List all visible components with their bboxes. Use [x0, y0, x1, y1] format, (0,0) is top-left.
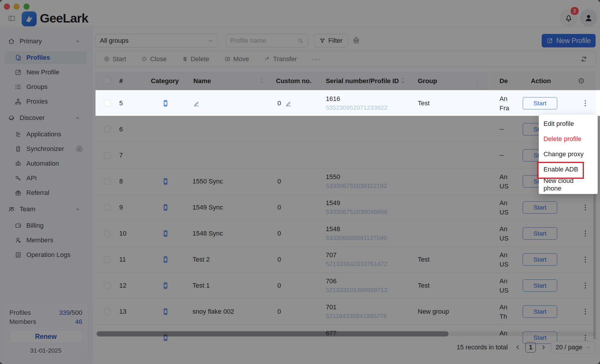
row-checkbox[interactable]	[104, 282, 110, 289]
menu-item-enable-adb[interactable]: Enable ADB	[539, 162, 598, 177]
window-minimize-button[interactable]	[13, 4, 20, 10]
clear-filter-icon[interactable]	[352, 36, 361, 45]
device-line2: US	[500, 261, 509, 268]
kebab-dot	[585, 100, 586, 102]
row-checkbox[interactable]	[104, 204, 110, 211]
row-menu-button[interactable]	[582, 306, 589, 317]
search-input[interactable]	[230, 37, 289, 44]
profile-name-text: Test 2	[192, 256, 210, 263]
sidebar-section-team[interactable]: Team	[0, 201, 92, 217]
filter-button[interactable]: Filter	[314, 34, 348, 47]
profile-name-text: 1548 Sync	[192, 230, 223, 237]
profile-name-text: 1549 Sync	[192, 204, 223, 211]
toolbar-move-button[interactable]: Move	[224, 55, 249, 63]
start-button[interactable]: Start	[523, 305, 557, 318]
transfer-icon	[264, 56, 270, 62]
toolbar-close-button[interactable]: Close	[141, 55, 166, 63]
window-close-button[interactable]	[4, 4, 10, 10]
serial-number: 706	[326, 277, 387, 286]
sidebar-item-referral[interactable]: Referral	[5, 186, 87, 199]
row-checkbox[interactable]	[104, 178, 110, 185]
menu-item-change-proxy[interactable]: Change proxy	[539, 147, 598, 162]
user-avatar[interactable]	[580, 9, 597, 27]
column-header-device: De	[500, 72, 508, 90]
row-checkbox[interactable]	[104, 152, 110, 159]
device-line2: US	[500, 183, 509, 190]
custom-no-cell: 0	[277, 247, 281, 272]
toolbar-transfer-button[interactable]: Transfer	[264, 55, 297, 63]
sidebar-item-new-profile[interactable]: New Profile	[5, 66, 87, 79]
row-checkbox[interactable]	[104, 100, 110, 107]
horizontal-scrollbar-thumb[interactable]	[97, 331, 449, 336]
custom-no-edit-icon[interactable]	[284, 99, 292, 107]
sidebar-item-applications[interactable]: Applications	[5, 128, 87, 141]
menu-item-delete-profile[interactable]: Delete profile	[539, 131, 598, 147]
menu-item-edit-profile[interactable]: Edit profile	[539, 116, 598, 131]
billing-icon	[15, 222, 22, 229]
sidebar-item-label: Operation Logs	[26, 251, 70, 259]
device-cell: AnFra	[500, 90, 510, 116]
refresh-icon[interactable]	[580, 55, 588, 63]
sidebar-section-primary[interactable]: Primary	[0, 33, 92, 49]
table-settings-gear-icon[interactable]: ⚙	[578, 76, 585, 86]
row-menu-button[interactable]	[582, 98, 589, 109]
more-actions-button[interactable]: ···	[312, 55, 321, 63]
toolbar-start-button[interactable]: Start	[104, 55, 126, 63]
window-zoom-button[interactable]	[23, 4, 30, 10]
custom-no-cell: 0	[277, 273, 281, 298]
sidebar-section-discover[interactable]: Discover	[0, 110, 92, 126]
device-line2: Fra	[500, 104, 509, 112]
row-menu-button[interactable]	[582, 202, 589, 213]
person-icon	[584, 13, 593, 23]
current-page-button[interactable]: 1	[525, 342, 536, 353]
sidebar-item-api[interactable]: API	[5, 172, 87, 185]
profiles-table: # Category Name Custom no. Serial number…	[96, 72, 596, 345]
device-cell: --	[500, 116, 510, 142]
serial-cell: 1550533306751039112192	[326, 173, 387, 190]
device-line1: An	[500, 199, 507, 207]
start-button[interactable]: Start	[523, 253, 557, 266]
sidebar-item-proxies[interactable]: Proxies	[5, 95, 87, 108]
sidebar-item-profiles[interactable]: Profiles	[5, 51, 87, 64]
geelark-logo-icon	[22, 11, 37, 26]
sidebar-toggle-icon[interactable]	[8, 14, 16, 23]
row-checkbox[interactable]	[104, 308, 110, 315]
sidebar-item-operation-logs[interactable]: Operation Logs	[5, 248, 87, 261]
row-menu-button[interactable]	[582, 254, 589, 265]
menu-item-new-cloud-phone[interactable]: New cloud phone	[539, 177, 598, 192]
page-size-select[interactable]: 20 / page	[551, 341, 596, 353]
toolbar-delete-button[interactable]: Delete	[182, 55, 209, 63]
row-menu-button[interactable]	[582, 228, 589, 239]
start-button[interactable]: Start	[523, 97, 557, 109]
next-page-button[interactable]	[540, 344, 547, 351]
kebab-dot	[585, 309, 586, 310]
row-menu-button[interactable]	[582, 280, 589, 291]
start-button[interactable]: Start	[523, 227, 557, 240]
name-sort-control[interactable]	[260, 76, 264, 86]
profile-search-field[interactable]	[226, 34, 308, 47]
table-header: # Category Name Custom no. Serial number…	[96, 72, 596, 90]
name-edit-icon[interactable]	[192, 99, 200, 107]
start-button[interactable]: Start	[523, 279, 557, 292]
custom-no-cell: 0	[277, 299, 281, 324]
group-filter-select[interactable]: All groups	[96, 34, 218, 47]
sidebar-item-groups[interactable]: Groups	[5, 80, 87, 93]
row-checkbox[interactable]	[104, 256, 110, 263]
sidebar-item-billing[interactable]: Billing	[5, 219, 87, 232]
sidebar-item-members[interactable]: Members	[5, 234, 87, 247]
app-window: GeeLark 2 PrimaryProfilesNew ProfileGrou…	[0, 0, 600, 364]
column-header-name: Name	[193, 72, 211, 90]
renew-button[interactable]: Renew	[9, 330, 82, 343]
sidebar-item-synchronizer[interactable]: Synchronizer~	[5, 142, 87, 155]
prev-page-button[interactable]	[514, 344, 521, 351]
start-button[interactable]: Start	[523, 201, 557, 214]
serial-sort-control[interactable]	[401, 76, 405, 86]
sidebar-item-automation[interactable]: Automation	[5, 157, 87, 170]
row-checkbox[interactable]	[104, 230, 110, 237]
row-checkbox[interactable]	[104, 126, 110, 133]
select-all-checkbox[interactable]	[104, 78, 110, 84]
new-profile-button[interactable]: New Profile	[542, 34, 596, 47]
members-usage-value: 46	[75, 318, 82, 326]
table-row: 13snoy flake 0020701521164235841995776Ne…	[96, 299, 596, 325]
kebab-dot	[585, 103, 586, 104]
